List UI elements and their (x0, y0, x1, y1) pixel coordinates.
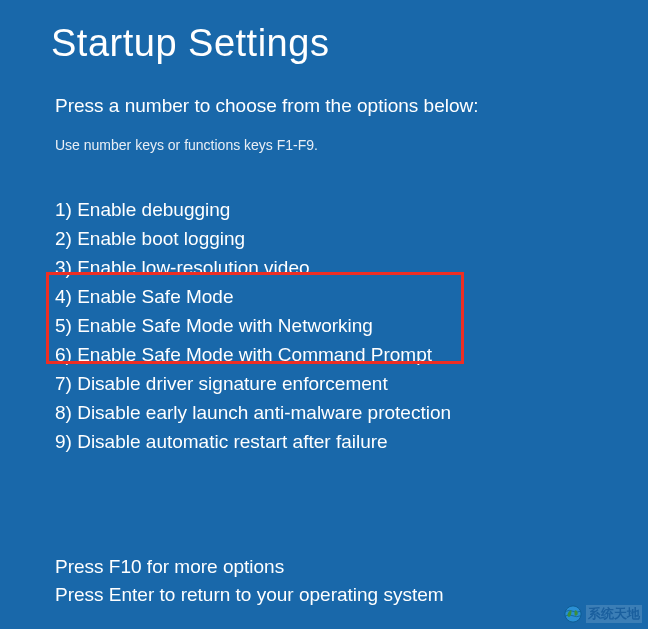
option-3[interactable]: 3) Enable low-resolution video (55, 253, 648, 282)
key-hint: Use number keys or functions keys F1-F9. (0, 117, 648, 153)
watermark-text: 系统天地 (586, 605, 642, 623)
watermark: 系统天地 (564, 605, 642, 623)
subtitle: Press a number to choose from the option… (0, 65, 648, 117)
svg-point-0 (565, 606, 581, 622)
option-5[interactable]: 5) Enable Safe Mode with Networking (55, 311, 648, 340)
option-2[interactable]: 2) Enable boot logging (55, 224, 648, 253)
options-list: 1) Enable debugging 2) Enable boot loggi… (0, 153, 648, 456)
page-title: Startup Settings (0, 0, 648, 65)
globe-icon (564, 605, 582, 623)
option-9[interactable]: 9) Disable automatic restart after failu… (55, 427, 648, 456)
option-7[interactable]: 7) Disable driver signature enforcement (55, 369, 648, 398)
footer-enter: Press Enter to return to your operating … (55, 581, 444, 609)
option-4[interactable]: 4) Enable Safe Mode (55, 282, 648, 311)
option-8[interactable]: 8) Disable early launch anti-malware pro… (55, 398, 648, 427)
footer-more: Press F10 for more options (55, 553, 444, 581)
option-1[interactable]: 1) Enable debugging (55, 195, 648, 224)
footer: Press F10 for more options Press Enter t… (55, 553, 444, 609)
option-6[interactable]: 6) Enable Safe Mode with Command Prompt (55, 340, 648, 369)
